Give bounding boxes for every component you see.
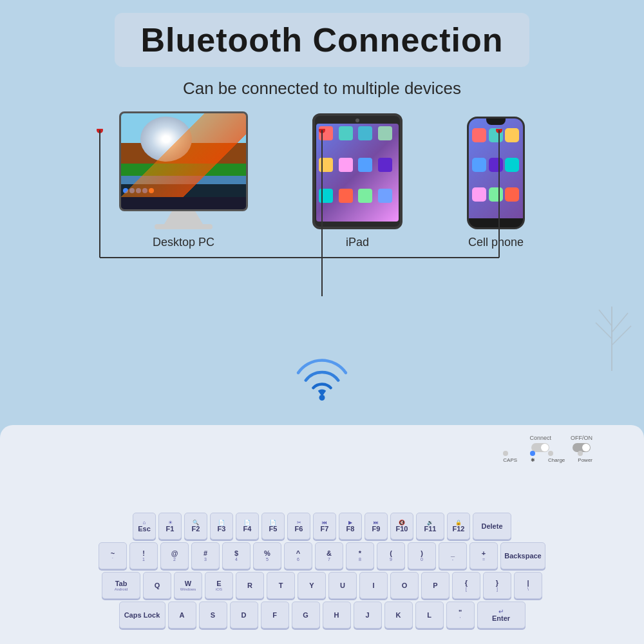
key-f3[interactable]: 📄F3 (210, 513, 233, 540)
key-tilde[interactable]: ~` (99, 542, 127, 569)
charge-led: Charge (548, 451, 565, 463)
key-6[interactable]: ^6 (284, 542, 312, 569)
key-o[interactable]: O (390, 572, 419, 599)
monitor-screen (121, 113, 246, 197)
ipad-camera (355, 118, 359, 122)
charge-label: Charge (548, 457, 565, 463)
page-title: Bluetooth Connection (140, 21, 503, 59)
top-section: Bluetooth Connection Can be connected to… (0, 0, 644, 425)
key-3[interactable]: #3 (191, 542, 220, 569)
key-f11[interactable]: 🔉F11 (416, 513, 444, 540)
key-backslash[interactable]: |\ (514, 572, 542, 599)
key-lbracket[interactable]: {[ (452, 572, 480, 599)
offon-label: OFF/ON (571, 435, 592, 441)
key-d[interactable]: D (230, 601, 258, 629)
key-l[interactable]: L (415, 601, 444, 629)
num-row: ~` !1 @2 #3 $4 %5 ^6 &7 *8 (9 )0 _- += B… (16, 542, 628, 569)
keyboard-indicators: Connect OFF/ON (529, 435, 592, 452)
svg-line-13 (596, 323, 612, 339)
key-i[interactable]: I (359, 572, 388, 599)
key-5[interactable]: %5 (253, 542, 281, 569)
key-p[interactable]: P (421, 572, 450, 599)
key-rbracket[interactable]: }] (483, 572, 511, 599)
caps-label: CAPS (503, 457, 517, 463)
key-backspace[interactable]: Backspace (500, 542, 545, 569)
key-f5[interactable]: 📄F5 (261, 513, 285, 540)
key-0[interactable]: )0 (408, 542, 436, 569)
key-f7[interactable]: ⏮F7 (313, 513, 336, 540)
key-j[interactable]: J (354, 601, 382, 629)
key-h[interactable]: H (323, 601, 351, 629)
taskbar (121, 184, 246, 197)
ipad-label: iPad (346, 236, 369, 249)
title-banner: Bluetooth Connection (115, 13, 529, 67)
key-f10[interactable]: 🔇F10 (390, 513, 413, 540)
key-q[interactable]: Q (143, 572, 171, 599)
keyboard-section: Connect OFF/ON CAPS ✱ Charge Power ⌂ (0, 425, 644, 644)
bt-led: ✱ (530, 451, 535, 463)
phone (467, 117, 525, 229)
monitor-base (155, 224, 213, 229)
key-4[interactable]: $4 (222, 542, 251, 569)
key-enter[interactable]: ↵Enter (477, 601, 526, 629)
key-u[interactable]: U (328, 572, 357, 599)
svg-line-14 (599, 310, 612, 326)
key-semicolon[interactable]: "' (446, 601, 475, 629)
bt-label: ✱ (531, 457, 535, 463)
key-a[interactable]: A (168, 601, 196, 629)
key-capslock[interactable]: Caps Lock (119, 601, 166, 629)
monitor (119, 111, 248, 211)
power-label: Power (578, 457, 592, 463)
key-s[interactable]: S (199, 601, 227, 629)
ipad (312, 113, 402, 229)
key-7[interactable]: &7 (315, 542, 343, 569)
device-phone: Cell phone (467, 117, 525, 256)
key-9[interactable]: (9 (377, 542, 405, 569)
key-w[interactable]: WWindows (174, 572, 202, 599)
key-delete[interactable]: Delete (473, 513, 511, 540)
phone-notch (486, 118, 506, 125)
keyboard-body: ⌂Esc ☀F1 🔍F2 📄F3 📄F4 📄F5 ✂F6 ⏮F7 ▶F8 ⏭F9… (6, 506, 638, 638)
key-f9[interactable]: ⏭F9 (365, 513, 388, 540)
phone-label: Cell phone (468, 236, 524, 249)
key-8[interactable]: *8 (346, 542, 374, 569)
devices-row: Desktop PC iPad (64, 111, 580, 262)
key-f4[interactable]: 📄F4 (236, 513, 259, 540)
led-indicators: CAPS ✱ Charge Power (503, 451, 592, 463)
key-1[interactable]: !1 (129, 542, 158, 569)
key-e[interactable]: EiOS (205, 572, 233, 599)
key-esc[interactable]: ⌂Esc (133, 513, 156, 540)
key-r[interactable]: R (236, 572, 264, 599)
ipad-screen (316, 124, 399, 222)
caps-led: CAPS (503, 451, 517, 463)
key-minus[interactable]: _- (439, 542, 467, 569)
monitor-stand (164, 211, 203, 224)
key-f6[interactable]: ✂F6 (287, 513, 310, 540)
key-tab[interactable]: TabAndroid (102, 572, 140, 599)
key-equals[interactable]: += (469, 542, 498, 569)
key-g[interactable]: G (292, 601, 320, 629)
key-f1[interactable]: ☀F1 (158, 513, 182, 540)
asdf-row: Caps Lock A S D F G H J K L "' ↵Enter (16, 601, 628, 629)
device-desktop: Desktop PC (119, 111, 248, 256)
key-k[interactable]: K (384, 601, 413, 629)
offon-indicator: OFF/ON (571, 435, 592, 452)
wifi-icon (293, 358, 351, 406)
desktop-label: Desktop PC (153, 236, 214, 249)
power-led: Power (578, 451, 592, 463)
key-f8[interactable]: ▶F8 (339, 513, 362, 540)
phone-screen (469, 118, 523, 218)
svg-line-12 (612, 313, 628, 332)
key-t[interactable]: T (267, 572, 295, 599)
key-y[interactable]: Y (298, 572, 326, 599)
connect-label: Connect (529, 435, 551, 441)
svg-point-9 (319, 395, 325, 401)
key-f[interactable]: F (261, 601, 289, 629)
fn-row: ⌂Esc ☀F1 🔍F2 📄F3 📄F4 📄F5 ✂F6 ⏮F7 ▶F8 ⏭F9… (16, 513, 628, 540)
key-f12[interactable]: 🔒F12 (447, 513, 470, 540)
key-2[interactable]: @2 (160, 542, 189, 569)
decorative-branch (586, 294, 638, 374)
connect-indicator: Connect (529, 435, 551, 452)
key-f2[interactable]: 🔍F2 (184, 513, 207, 540)
page-subtitle: Can be connected to multiple devices (183, 79, 461, 99)
